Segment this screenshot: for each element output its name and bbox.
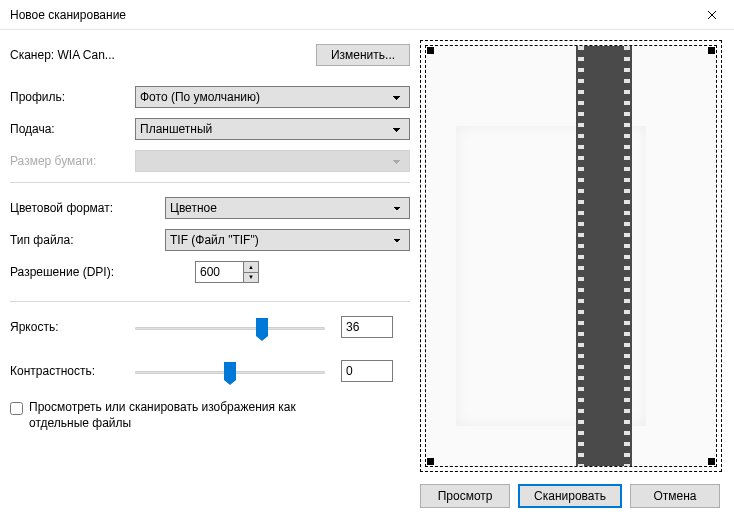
separate-files-checkbox[interactable] (10, 402, 23, 415)
separator (10, 182, 410, 183)
close-button[interactable] (689, 0, 734, 30)
resolution-label: Разрешение (DPI): (10, 265, 195, 279)
spin-up-icon[interactable]: ▲ (244, 262, 258, 273)
title-bar: Новое сканирование (0, 0, 734, 30)
color-format-select[interactable]: Цветное (165, 197, 410, 219)
color-format-label: Цветовой формат: (10, 201, 165, 215)
crop-handle[interactable] (708, 47, 715, 54)
preview-button[interactable]: Просмотр (420, 484, 510, 508)
contrast-input[interactable] (341, 360, 393, 382)
resolution-stepper[interactable]: ▲ ▼ (195, 261, 259, 283)
settings-panel: Сканер: WIA Can... Изменить... Профиль: … (0, 30, 420, 518)
close-icon (707, 10, 717, 20)
source-select[interactable]: Планшетный (135, 118, 410, 140)
preview-area[interactable] (420, 40, 722, 472)
paper-size-label: Размер бумаги: (10, 154, 135, 168)
slider-thumb[interactable] (256, 318, 268, 336)
file-type-label: Тип файла: (10, 233, 165, 247)
slider-track (135, 327, 325, 330)
crop-selection[interactable] (425, 45, 717, 467)
profile-label: Профиль: (10, 90, 135, 104)
resolution-input[interactable] (195, 261, 243, 283)
separator (10, 301, 410, 302)
window-title: Новое сканирование (10, 8, 689, 22)
scan-button[interactable]: Сканировать (518, 484, 622, 508)
paper-size-select (135, 150, 410, 172)
brightness-slider[interactable] (135, 316, 325, 338)
brightness-input[interactable] (341, 316, 393, 338)
separate-files-label: Просмотреть или сканировать изображения … (29, 400, 329, 431)
file-type-select[interactable]: TIF (Файл "TIF") (165, 229, 410, 251)
slider-thumb[interactable] (224, 362, 236, 380)
profile-select[interactable]: Фото (По умолчанию) (135, 86, 410, 108)
cancel-button[interactable]: Отмена (630, 484, 720, 508)
change-scanner-button[interactable]: Изменить... (316, 44, 410, 66)
dialog-footer: Просмотр Сканировать Отмена (420, 484, 722, 508)
spin-down-icon[interactable]: ▼ (244, 273, 258, 283)
source-label: Подача: (10, 122, 135, 136)
brightness-label: Яркость: (10, 320, 135, 334)
scanner-label: Сканер: WIA Can... (10, 48, 316, 62)
contrast-label: Контрастность: (10, 364, 135, 378)
film-strip-image (576, 46, 632, 466)
crop-handle[interactable] (427, 458, 434, 465)
crop-handle[interactable] (708, 458, 715, 465)
contrast-slider[interactable] (135, 360, 325, 382)
crop-handle[interactable] (427, 47, 434, 54)
